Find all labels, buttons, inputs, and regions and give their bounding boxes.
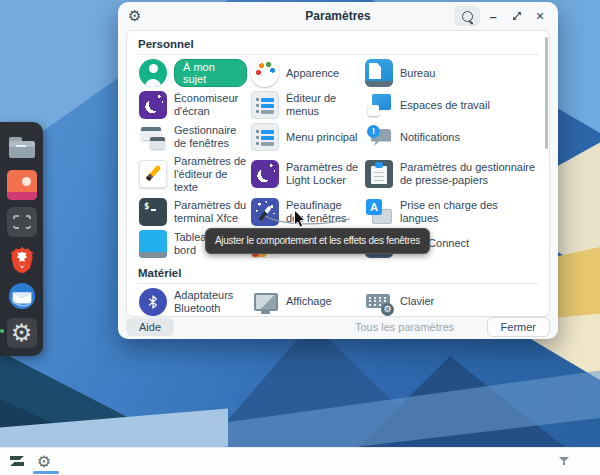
item-label: Bureau: [400, 67, 435, 80]
settings-grid: Personnel À mon sujet Apparence Bureau: [126, 30, 550, 317]
bluetooth-icon: [139, 288, 167, 316]
dock-item-thunderbird-mail[interactable]: [5, 277, 39, 314]
capture-frame-icon: [7, 207, 37, 237]
settings-item-gestionnaire-fenetres[interactable]: Gestionnaire de fenêtres: [137, 121, 249, 153]
item-label: Prise en charge des langues: [400, 199, 537, 225]
hover-underline-curve: [262, 213, 354, 229]
tray-indicator-icon[interactable]: [558, 455, 570, 467]
settings-item-espaces-travail[interactable]: Espaces de travail: [363, 89, 539, 121]
item-label: Espaces de travail: [400, 99, 490, 112]
settings-item-bureau[interactable]: Bureau: [363, 57, 539, 89]
settings-item-clavier[interactable]: Clavier: [363, 286, 539, 317]
search-icon: [462, 11, 473, 22]
settings-item-presse-papiers[interactable]: Paramètres du gestionnaire de presse-pap…: [363, 153, 539, 196]
dock-item-settings[interactable]: ⚙: [5, 314, 39, 351]
settings-item-apparence[interactable]: Apparence: [249, 57, 363, 89]
settings-item-light-locker[interactable]: Paramètres de Light Locker: [249, 153, 363, 196]
settings-item-langues[interactable]: Prise en charge des langues: [363, 196, 539, 228]
item-label: Menu principal: [286, 131, 358, 144]
item-label: Paramètres de l'éditeur de texte: [174, 155, 247, 194]
zorin-menu-button[interactable]: [7, 452, 27, 470]
window-manager-icon: [139, 123, 167, 151]
desktop-icon: [365, 59, 393, 87]
mouse-cursor: [293, 209, 307, 229]
window-footer: Aide Tous les paramètres Fermer: [118, 317, 558, 339]
item-label: Adaptateurs Bluetooth: [174, 289, 247, 315]
item-label: Économiseur d'écran: [174, 92, 247, 118]
settings-window: ⚙ Paramètres – × Personnel À mon sujet: [118, 2, 558, 339]
settings-item-affichage[interactable]: Affichage: [249, 286, 363, 317]
window-gear-icon: ⚙: [128, 7, 141, 25]
zorin-logo-icon: [8, 453, 26, 469]
panel-icon: [139, 230, 167, 258]
item-label: Clavier: [400, 295, 434, 308]
tooltip: Ajuster le comportement et les effets de…: [205, 228, 430, 254]
window-title: Paramètres: [305, 9, 370, 23]
brave-lion-icon: [7, 244, 37, 274]
item-label: Apparence: [286, 67, 339, 80]
notifications-icon: [365, 123, 393, 151]
dock-item-screenshot-tool[interactable]: [5, 203, 39, 240]
taskbar-settings-task[interactable]: ⚙: [34, 452, 54, 470]
dock-item-media-app[interactable]: [5, 166, 39, 203]
gear-icon: ⚙: [7, 318, 37, 348]
item-label: Affichage: [286, 295, 332, 308]
terminal-icon: [139, 198, 167, 226]
section-title-materiel: Matériel: [137, 264, 539, 284]
settings-item-bluetooth[interactable]: Adaptateurs Bluetooth: [137, 286, 249, 317]
user-about-icon: [139, 59, 167, 87]
dock-item-brave-browser[interactable]: [5, 240, 39, 277]
orange-camera-icon: [7, 170, 37, 200]
settings-item-editeur-menus[interactable]: Éditeur de menus: [249, 89, 363, 121]
appearance-palette-icon: [251, 59, 279, 87]
folder-icon: [7, 133, 37, 163]
workspaces-icon: [365, 91, 393, 119]
main-menu-icon: [251, 123, 279, 151]
settings-item-menu-principal[interactable]: Menu principal: [249, 121, 363, 153]
item-label: Paramètres de Light Locker: [286, 161, 361, 187]
titlebar[interactable]: ⚙ Paramètres – ×: [118, 2, 558, 30]
item-label: Gestionnaire de fenêtres: [174, 124, 247, 150]
settings-item-notifications[interactable]: Notifications: [363, 121, 539, 153]
settings-item-editeur-texte[interactable]: Paramètres de l'éditeur de texte: [137, 153, 249, 196]
menu-editor-icon: [251, 91, 279, 119]
minimize-button[interactable]: –: [484, 6, 502, 26]
text-editor-icon: [139, 160, 167, 188]
active-task-indicator: [33, 471, 59, 474]
clipboard-manager-icon: [365, 160, 393, 188]
dock-item-file-manager[interactable]: [5, 129, 39, 166]
item-label: Notifications: [400, 131, 460, 144]
settings-item-terminal-xfce[interactable]: Paramètres du terminal Xfce: [137, 196, 249, 228]
help-button[interactable]: Aide: [126, 318, 174, 336]
settings-item-economiseur[interactable]: Économiseur d'écran: [137, 89, 249, 121]
maximize-icon: [511, 10, 523, 22]
settings-item-a-mon-sujet[interactable]: À mon sujet: [137, 57, 249, 89]
item-label: Paramètres du gestionnaire de presse-pap…: [400, 161, 537, 187]
taskbar: ⚙: [0, 447, 600, 475]
scrollbar-thumb[interactable]: [545, 37, 548, 149]
language-support-icon: [365, 198, 393, 226]
item-label: Éditeur de menus: [286, 92, 361, 118]
running-indicator-dot: [0, 329, 4, 333]
thunderbird-icon: [7, 281, 37, 311]
desktop: ⚙ ⚙ Paramètres – × Personnel À mon sujet: [0, 0, 600, 475]
fermer-button[interactable]: Fermer: [487, 317, 550, 337]
screensaver-moon-icon: [139, 91, 167, 119]
item-label: Paramètres du terminal Xfce: [174, 199, 247, 225]
search-button[interactable]: [454, 6, 480, 26]
maximize-button[interactable]: [508, 6, 526, 26]
close-button[interactable]: ×: [531, 6, 549, 26]
dock: ⚙: [0, 122, 43, 356]
display-icon: [251, 288, 279, 316]
keyboard-icon: [365, 288, 393, 316]
selected-item-label: À mon sujet: [174, 59, 247, 87]
section-title-personnel: Personnel: [137, 35, 539, 55]
all-settings-button[interactable]: Tous les paramètres: [355, 318, 454, 336]
light-locker-moon-icon: [251, 160, 279, 188]
